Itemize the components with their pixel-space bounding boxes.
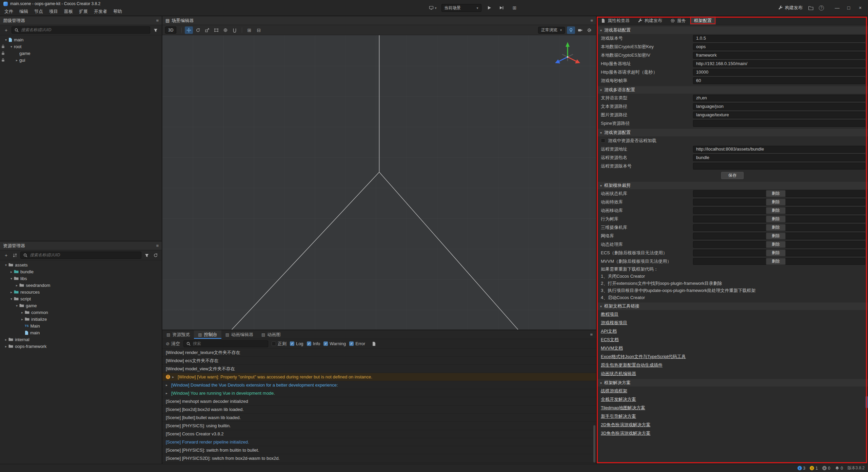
log-row[interactable]: [Scene] [PHYSICS]: using builtin. bbox=[162, 422, 596, 430]
field-input[interactable]: zh,en bbox=[693, 95, 865, 101]
log-expand-arrow-icon[interactable]: ▸ bbox=[166, 391, 169, 395]
log-row[interactable]: [Scene] [bullet]:bullet wasm lib loaded. bbox=[162, 414, 596, 422]
hierarchy-search-input[interactable]: 搜索名称或UUID bbox=[12, 26, 150, 34]
rect-tool-button[interactable] bbox=[212, 26, 220, 34]
layout-button[interactable]: ⊞ bbox=[509, 4, 520, 12]
tree-expand-arrow-icon[interactable]: ▾ bbox=[9, 297, 14, 301]
field-input[interactable]: oops bbox=[693, 43, 865, 50]
hierarchy-node[interactable]: ▾root bbox=[0, 43, 162, 50]
asset-node[interactable]: ▸seedrandom bbox=[0, 282, 162, 289]
field-input[interactable] bbox=[693, 163, 865, 170]
field-input[interactable]: 1.0.5 bbox=[693, 35, 865, 42]
log-expand-arrow-icon[interactable]: ▸ bbox=[166, 383, 169, 387]
view-mode-dropdown[interactable]: 正常浏览 ▾ bbox=[538, 27, 565, 34]
doc-link[interactable]: 2D角色扮演游戏解决方案 bbox=[601, 422, 651, 428]
doc-link[interactable]: 游戏模板项目 bbox=[601, 320, 627, 326]
tree-expand-arrow-icon[interactable]: ▾ bbox=[9, 45, 14, 48]
tree-expand-arrow-icon[interactable]: ▸ bbox=[3, 345, 8, 348]
doc-link[interactable]: 战棋游戏框架 bbox=[601, 388, 627, 394]
grid-snap-button[interactable]: ⊞ bbox=[245, 26, 253, 34]
scale-tool-button[interactable] bbox=[203, 26, 211, 34]
regex-toggle[interactable]: 正则 bbox=[272, 341, 287, 347]
assets-filter-button[interactable] bbox=[143, 252, 150, 259]
doc-link[interactable]: API文档 bbox=[601, 328, 617, 334]
asset-node[interactable]: TSMain bbox=[0, 322, 162, 329]
tree-expand-arrow-icon[interactable]: ▸ bbox=[20, 311, 25, 314]
doc-link[interactable]: 动画状态机编辑器 bbox=[601, 371, 636, 377]
delete-button[interactable]: 删除 bbox=[766, 199, 786, 205]
assets-search-input[interactable]: 搜索名称或UUID bbox=[20, 252, 141, 259]
move-tool-button[interactable] bbox=[185, 26, 193, 34]
menu-item[interactable]: 编辑 bbox=[16, 8, 31, 15]
bell-status[interactable]: 0 bbox=[835, 466, 843, 471]
bulb-toggle-button[interactable] bbox=[567, 26, 575, 34]
orientation-gizmo[interactable] bbox=[551, 40, 585, 74]
checkbox[interactable]: ✓ bbox=[349, 341, 354, 346]
tree-expand-arrow-icon[interactable]: ▸ bbox=[3, 338, 8, 341]
tree-expand-arrow-icon[interactable]: ▾ bbox=[3, 263, 8, 267]
log-row[interactable]: !▸[Window] [Vue warn]: Property "onInput… bbox=[162, 373, 596, 381]
inspector-tab-框架配置[interactable]: 框架配置 bbox=[690, 16, 716, 25]
console-tab-资源预览[interactable]: ▤资源预览 bbox=[162, 330, 194, 339]
hierarchy-node[interactable]: ▸gui bbox=[0, 57, 162, 63]
menu-item[interactable]: 文件 bbox=[1, 8, 16, 15]
log-row[interactable]: [Window] render_texture文件夹不存在 bbox=[162, 349, 596, 357]
delete-button[interactable]: 删除 bbox=[766, 224, 786, 231]
checkbox[interactable]: ✓ bbox=[290, 341, 294, 346]
log-row[interactable]: [Scene] [box2d]:box2d wasm lib loaded. bbox=[162, 406, 596, 414]
tree-expand-arrow-icon[interactable]: ▸ bbox=[14, 58, 19, 62]
add-node-button[interactable]: + bbox=[3, 27, 9, 34]
clear-console-button[interactable]: ⊘ 清空 bbox=[166, 341, 180, 347]
delete-button[interactable]: 删除 bbox=[766, 233, 786, 239]
doc-link[interactable]: 新手引导解决方案 bbox=[601, 413, 636, 419]
filter-info[interactable]: ✓Info bbox=[307, 341, 320, 346]
delete-button[interactable]: 删除 bbox=[766, 258, 786, 265]
menu-item[interactable]: 扩展 bbox=[76, 8, 91, 15]
tree-expand-arrow-icon[interactable]: ▸ bbox=[20, 317, 25, 321]
help-button[interactable]: ? bbox=[819, 5, 824, 11]
console-tab-动画编辑器[interactable]: ▤动画编辑器 bbox=[221, 330, 257, 339]
delete-button[interactable]: 删除 bbox=[766, 250, 786, 256]
section-header[interactable]: ▾框架解决方案 bbox=[597, 379, 868, 387]
asset-node[interactable]: ▸resources bbox=[0, 289, 162, 295]
panel-menu-icon[interactable]: ≡ bbox=[156, 243, 159, 248]
log-row[interactable]: [Window] ecs文件夹不存在 bbox=[162, 357, 596, 365]
field-input[interactable]: framework bbox=[693, 52, 865, 59]
asset-node[interactable]: ▾libs bbox=[0, 275, 162, 282]
regex-checkbox[interactable] bbox=[272, 341, 276, 346]
error-status[interactable]: ×0 bbox=[822, 466, 830, 471]
delete-button[interactable]: 删除 bbox=[766, 190, 786, 197]
hierarchy-node[interactable]: ▾main bbox=[0, 36, 162, 43]
asset-node[interactable]: ▾script bbox=[0, 295, 162, 302]
tree-expand-arrow-icon[interactable]: ▾ bbox=[9, 277, 14, 280]
field-input[interactable]: 10000 bbox=[693, 69, 865, 76]
log-expand-arrow-icon[interactable]: ▸ bbox=[172, 375, 176, 379]
doc-link[interactable]: ECS文档 bbox=[601, 337, 619, 343]
field-input[interactable]: http://192.168.0.150/main/ bbox=[693, 60, 865, 67]
field-input[interactable]: language/json bbox=[693, 103, 865, 110]
panel-menu-icon[interactable]: ≡ bbox=[590, 330, 596, 339]
minimize-button[interactable]: — bbox=[832, 3, 842, 12]
tree-expand-arrow-icon[interactable]: ▾ bbox=[14, 304, 19, 308]
section-header[interactable]: ▾游戏多语言配置 bbox=[597, 86, 868, 94]
doc-link[interactable]: 原生包热更新配置自动生成插件 bbox=[601, 362, 663, 368]
gear-toggle-button[interactable] bbox=[585, 26, 593, 34]
field-input[interactable] bbox=[693, 120, 865, 127]
open-project-folder-button[interactable] bbox=[807, 4, 814, 11]
field-input[interactable]: bundle bbox=[693, 154, 865, 161]
menu-item[interactable]: 开发者 bbox=[91, 8, 110, 15]
doc-link[interactable]: 3D角色扮演游戏解决方案 bbox=[601, 430, 651, 436]
preview-target-button[interactable]: ▾ bbox=[428, 4, 438, 12]
export-log-button[interactable] bbox=[371, 340, 377, 347]
refresh-assets-button[interactable] bbox=[152, 252, 159, 259]
asset-node[interactable]: ▾game bbox=[0, 302, 162, 309]
inspector-scrollbar[interactable] bbox=[866, 396, 868, 408]
filter-warning[interactable]: ✓Warning bbox=[323, 341, 346, 346]
scene-viewport[interactable] bbox=[162, 35, 596, 330]
filter-error[interactable]: ✓Error bbox=[349, 341, 365, 346]
section-header[interactable]: ▾框架文档工具链接 bbox=[597, 302, 868, 310]
inspector-tab-服务[interactable]: 服务 bbox=[666, 16, 690, 25]
checkbox[interactable]: ✓ bbox=[323, 341, 328, 346]
camera-toggle-button[interactable] bbox=[576, 26, 584, 34]
scene-select-dropdown[interactable]: 当前场景 ▾ bbox=[441, 4, 481, 12]
